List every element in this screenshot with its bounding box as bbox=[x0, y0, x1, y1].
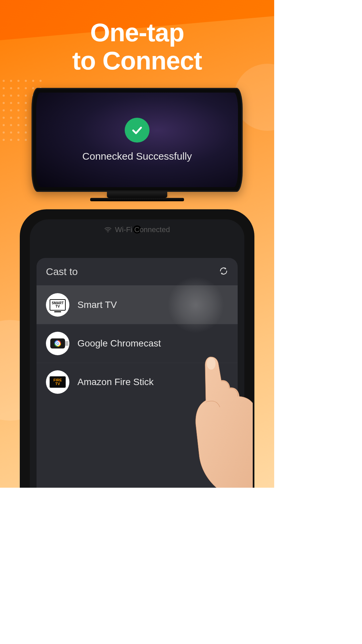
headline-line-1: One-tap bbox=[0, 18, 274, 47]
checkmark-icon bbox=[125, 118, 149, 143]
tv-mockup: Connecked Successfully bbox=[32, 88, 243, 201]
tv-screen: Connecked Successfully bbox=[36, 93, 238, 187]
smart-tv-icon: SMART TV bbox=[46, 293, 69, 317]
cast-panel: Cast to SMART TV bbox=[37, 258, 238, 488]
device-item-smart-tv[interactable]: SMART TV Smart TV bbox=[37, 285, 238, 324]
wifi-status-text: Wi-Fi Connected bbox=[115, 225, 170, 234]
wifi-icon bbox=[104, 226, 112, 233]
icon-text: TV bbox=[55, 382, 60, 386]
device-label: Google Chromecast bbox=[77, 338, 161, 349]
tv-bezel: Connecked Successfully bbox=[32, 88, 243, 192]
icon-text: TV bbox=[56, 305, 60, 308]
phone-screen: Wi-Fi Connected Cast to bbox=[30, 219, 244, 488]
promo-page: One-tap to Connect Connecked Successfull… bbox=[0, 0, 274, 488]
chromecast-icon bbox=[46, 332, 69, 355]
phone-mockup: Wi-Fi Connected Cast to bbox=[20, 209, 254, 488]
device-label: Smart TV bbox=[77, 300, 117, 310]
device-item-chromecast[interactable]: Google Chromecast bbox=[37, 324, 238, 363]
svg-point-0 bbox=[108, 231, 109, 232]
wifi-status-row: Wi-Fi Connected bbox=[30, 225, 244, 234]
tv-base bbox=[90, 198, 184, 201]
device-item-firestick[interactable]: FIRE TV Amazon Fire Stick bbox=[37, 363, 238, 401]
cast-title: Cast to bbox=[46, 266, 78, 277]
refresh-button[interactable] bbox=[219, 266, 228, 277]
device-list: SMART TV Smart TV Google Chromecast bbox=[37, 285, 238, 401]
fire-tv-icon: FIRE TV bbox=[46, 370, 69, 394]
refresh-icon bbox=[219, 266, 228, 276]
tv-stand bbox=[107, 192, 167, 198]
headline: One-tap to Connect bbox=[0, 0, 274, 74]
tv-status-text: Connecked Successfully bbox=[82, 151, 192, 162]
device-label: Amazon Fire Stick bbox=[77, 377, 154, 387]
headline-line-2: to Connect bbox=[0, 47, 274, 75]
